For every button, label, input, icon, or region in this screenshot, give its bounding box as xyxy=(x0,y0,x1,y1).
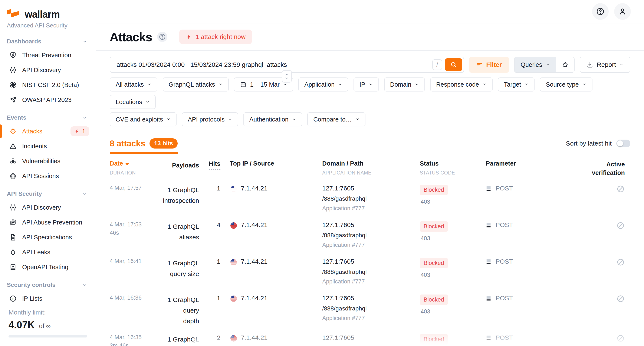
sidebar-item-api-discovery[interactable]: API Discovery xyxy=(0,62,96,77)
active-verification-cell[interactable] xyxy=(543,221,630,231)
chevron-down-icon xyxy=(415,83,419,86)
filter-chip-ip[interactable]: IP xyxy=(354,77,379,91)
search-button[interactable] xyxy=(445,58,462,71)
attack-domain-cell[interactable]: 127.1:7605 /888/gasdfraphql Application … xyxy=(322,258,410,285)
page-help-button[interactable] xyxy=(157,32,168,42)
search-expand-toggle[interactable] xyxy=(282,70,292,82)
live-attack-badge[interactable]: 1 attack right now xyxy=(179,29,252,44)
attack-source[interactable]: 7.1.44.21 xyxy=(230,221,306,229)
attack-parameter-cell: POST xyxy=(486,258,543,265)
sidebar-item-threat-prevention[interactable]: Threat Prevention xyxy=(0,48,96,62)
queries-button[interactable]: Queries xyxy=(514,57,556,72)
topbar xyxy=(96,0,644,23)
column-header-domain[interactable]: Domain / Path xyxy=(322,160,410,167)
braces-check-icon xyxy=(9,66,17,74)
active-verification-cell[interactable] xyxy=(543,185,630,194)
sidebar-section-api-security[interactable]: API Security xyxy=(0,188,96,200)
attack-payload[interactable]: 1 GraphQL aliases xyxy=(159,221,199,243)
table-row[interactable]: 4 Mar, 16:36 1 GraphQL query depth 1 7.1… xyxy=(110,295,630,334)
column-header-parameter[interactable]: Parameter xyxy=(486,160,516,167)
sidebar-item-api-sessions[interactable]: API Sessions xyxy=(0,169,96,183)
warning-triangle-icon xyxy=(9,142,17,150)
attack-domain-cell[interactable]: 127.1:7605 /888/gasdfraphql Application … xyxy=(322,221,410,248)
attack-domain-cell[interactable]: 127.1:7605 /888/gasdfraphql Application … xyxy=(322,334,410,346)
column-header-hits[interactable]: Hits xyxy=(209,160,220,170)
attack-domain: 127.1:7605 xyxy=(322,185,410,192)
attack-domain-cell[interactable]: 127.1:7605 /888/gasdfraphql Application … xyxy=(322,185,410,212)
sidebar-item-attacks[interactable]: Attacks 1 xyxy=(0,124,96,139)
report-button[interactable]: Report xyxy=(580,57,630,73)
app-window: wallarm Advanced API Security Dashboards… xyxy=(0,0,644,346)
attack-application: Application #777 xyxy=(322,315,410,322)
filter-chip-cve-exploits[interactable]: CVE and exploits xyxy=(110,112,176,126)
attack-domain: 127.1:7605 xyxy=(322,258,410,265)
active-verification-cell[interactable] xyxy=(543,295,630,304)
page-title: Attacks xyxy=(110,30,152,44)
filter-chip-domain[interactable]: Domain xyxy=(384,77,425,91)
filter-chip-api-protocols[interactable]: API protocols xyxy=(182,112,238,126)
filter-chip-application[interactable]: Application xyxy=(298,77,348,91)
active-verification-cell[interactable] xyxy=(543,334,630,344)
main-area: Attacks 1 attack right now / xyxy=(96,0,644,346)
attack-source[interactable]: 7.1.44.21 xyxy=(230,334,306,342)
help-button[interactable] xyxy=(592,3,609,20)
sidebar-item-api-abuse-prevention[interactable]: API Abuse Prevention xyxy=(0,215,96,230)
sidebar-item-openapi-testing[interactable]: OpenAPI Testing xyxy=(0,260,96,275)
filter-chip-response-code[interactable]: Response code xyxy=(430,77,493,91)
sidebar-item-api-specifications[interactable]: API Specifications xyxy=(0,230,96,245)
filter-chip-attack-type[interactable]: GraphQL attacks xyxy=(163,77,229,91)
favorite-query-button[interactable] xyxy=(556,57,574,72)
sidebar-section-dashboards[interactable]: Dashboards xyxy=(0,35,96,48)
filter-icon xyxy=(476,61,483,68)
star-icon xyxy=(562,61,569,68)
filter-chip-all-attacks[interactable]: All attacks xyxy=(110,77,158,91)
sidebar-section-events[interactable]: Events xyxy=(0,111,96,124)
attack-ip: 7.1.44.21 xyxy=(241,334,268,341)
sidebar-item-api-discovery-2[interactable]: API Discovery xyxy=(0,200,96,215)
column-header-date[interactable]: Date xyxy=(110,160,159,167)
column-header-status[interactable]: Status xyxy=(420,160,480,167)
filter-chip-locations[interactable]: Locations xyxy=(110,95,156,109)
table-row[interactable]: 4 Mar, 16:35 3m 46s 1 GraphQL batching 2… xyxy=(110,334,630,346)
filter-chip-target[interactable]: Target xyxy=(498,77,535,91)
sidebar-item-vulnerabilities[interactable]: Vulnerabilities xyxy=(0,154,96,169)
column-header-source[interactable]: Top IP / Source xyxy=(230,160,274,167)
chevron-down-icon xyxy=(146,100,150,103)
infinity-symbol: ∞ xyxy=(46,322,50,330)
table-row[interactable]: 4 Mar, 16:41 1 GraphQL query size 1 7.1.… xyxy=(110,258,630,295)
status-badge: Blocked xyxy=(420,295,448,305)
attack-source[interactable]: 7.1.44.21 xyxy=(230,185,306,193)
column-header-payloads[interactable]: Payloads xyxy=(172,162,199,169)
filter-button[interactable]: Filter xyxy=(469,57,509,73)
attack-payload[interactable]: 1 GraphQL batching xyxy=(159,334,199,346)
brand-block[interactable]: wallarm Advanced API Security xyxy=(0,5,96,31)
target-icon xyxy=(9,127,17,135)
chevron-down-icon xyxy=(82,115,88,120)
table-row[interactable]: 4 Mar, 17:57 1 GraphQL introspection 1 7… xyxy=(110,185,630,221)
attack-payload[interactable]: 1 GraphQL query depth xyxy=(159,295,199,327)
filter-chip-source-type[interactable]: Source type xyxy=(540,77,592,91)
table-row[interactable]: 4 Mar, 17:53 46s 1 GraphQL aliases 4 7.1… xyxy=(110,221,630,258)
chevron-down-icon xyxy=(546,63,550,66)
column-header-active-verification[interactable]: Active verification xyxy=(543,160,625,177)
attack-source[interactable]: 7.1.44.21 xyxy=(230,258,306,266)
sort-by-latest-hit-toggle[interactable] xyxy=(616,140,630,147)
attack-domain-cell[interactable]: 127.1:7605 /888/gasdfraphql Application … xyxy=(322,295,410,322)
user-menu-button[interactable] xyxy=(614,3,631,20)
sidebar-section-security-controls[interactable]: Security controls xyxy=(0,279,96,291)
sidebar-item-nist-csf[interactable]: NIST CSF 2.0 (Beta) xyxy=(0,77,96,92)
search-input[interactable] xyxy=(110,61,432,68)
page-header: Attacks 1 attack right now xyxy=(96,23,644,51)
attacks-live-count-badge: 1 xyxy=(70,126,89,136)
sidebar-item-api-leaks[interactable]: API Leaks xyxy=(0,245,96,260)
attack-payload[interactable]: 1 GraphQL introspection xyxy=(159,185,199,206)
sidebar-item-ip-lists[interactable]: IP IP Lists xyxy=(0,291,96,306)
attack-payload[interactable]: 1 GraphQL query size xyxy=(159,258,199,279)
active-verification-cell[interactable] xyxy=(543,258,630,267)
sidebar-item-owasp-api[interactable]: OWASP API 2023 xyxy=(0,92,96,107)
sidebar-item-incidents[interactable]: Incidents xyxy=(0,139,96,154)
monthly-limit-value: 4.07K xyxy=(8,319,35,330)
attack-source[interactable]: 7.1.44.21 xyxy=(230,295,306,303)
filter-chip-compare-to[interactable]: Compare to… xyxy=(307,112,366,126)
filter-chip-authentication[interactable]: Authentication xyxy=(244,112,302,126)
